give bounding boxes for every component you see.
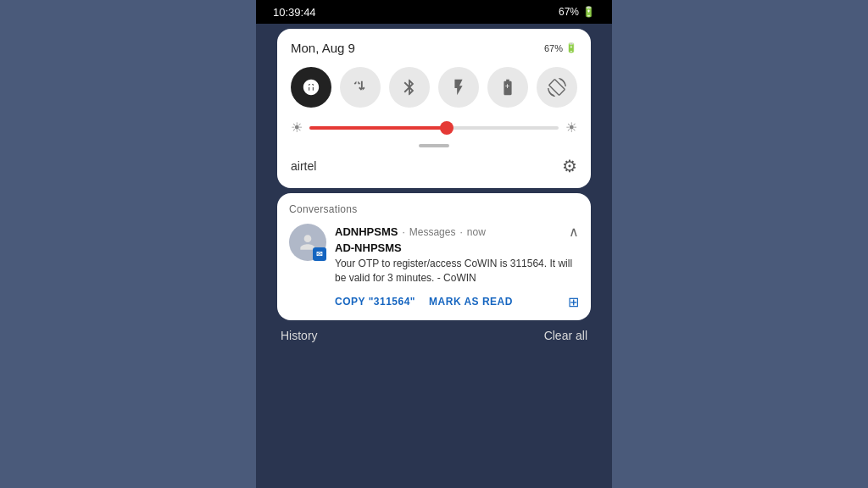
clear-all-button[interactable]: Clear all bbox=[544, 329, 587, 342]
notif-sender: ADNHPSMS bbox=[335, 225, 398, 238]
toggle-battery-saver[interactable] bbox=[487, 67, 528, 108]
brightness-low-icon: ☀ bbox=[291, 119, 303, 136]
notif-app: Messages bbox=[409, 226, 456, 238]
toggle-screen-rotation[interactable] bbox=[537, 67, 577, 108]
notif-meta: ADNHPSMS · Messages · now ∧ bbox=[335, 224, 579, 240]
status-time: 10:39:44 bbox=[273, 6, 316, 19]
brightness-thumb bbox=[440, 121, 453, 135]
notif-body: Your OTP to register/access CoWIN is 311… bbox=[335, 257, 579, 286]
brightness-row: ☀ ☀ bbox=[291, 119, 577, 136]
drag-handle bbox=[419, 144, 449, 147]
toggle-flashlight[interactable] bbox=[438, 67, 479, 108]
notif-badge: ✉ bbox=[313, 247, 326, 261]
history-bar: History Clear all bbox=[277, 320, 591, 351]
qs-battery-icon-symbol: 🔋 bbox=[565, 42, 577, 53]
brightness-high-icon: ☀ bbox=[565, 119, 577, 136]
brightness-slider[interactable] bbox=[309, 126, 559, 130]
notif-time: now bbox=[467, 226, 486, 238]
phone-frame: 10:39:44 67% 🔋 Mon, Aug 9 67% 🔋 bbox=[256, 0, 612, 488]
toggle-bluetooth[interactable] bbox=[389, 67, 430, 108]
status-bar: 10:39:44 67% 🔋 bbox=[256, 0, 612, 24]
notif-dot: · bbox=[402, 226, 404, 238]
brightness-fill bbox=[309, 126, 447, 130]
battery-icon: 🔋 bbox=[582, 6, 595, 18]
notif-expand-chevron[interactable]: ∧ bbox=[569, 224, 579, 240]
toggle-wifi[interactable] bbox=[291, 67, 331, 108]
status-right: 67% 🔋 bbox=[559, 6, 595, 18]
notif-actions-left: COPY "311564" MARK AS READ bbox=[335, 296, 513, 308]
qs-battery: 67% 🔋 bbox=[544, 42, 577, 53]
notif-badge-text: ✉ bbox=[316, 250, 323, 258]
quick-settings-panel: Mon, Aug 9 67% 🔋 bbox=[277, 29, 591, 188]
qs-date: Mon, Aug 9 bbox=[291, 41, 355, 55]
notif-meta-left: ADNHPSMS · Messages · now bbox=[335, 225, 486, 238]
toggle-data[interactable] bbox=[340, 67, 381, 108]
qs-header: Mon, Aug 9 67% 🔋 bbox=[291, 41, 577, 55]
conversations-label: Conversations bbox=[289, 203, 579, 215]
mark-as-read-button[interactable]: MARK AS READ bbox=[429, 296, 513, 308]
history-button[interactable]: History bbox=[281, 329, 318, 342]
battery-percent: 67% bbox=[559, 6, 579, 18]
notif-actions: COPY "311564" MARK AS READ ⊞ bbox=[335, 294, 579, 310]
conversations-panel: Conversations ✉ ADNHPSMS bbox=[277, 193, 591, 320]
panels: Mon, Aug 9 67% 🔋 bbox=[277, 29, 591, 320]
settings-icon[interactable]: ⚙ bbox=[562, 156, 577, 176]
qs-battery-percent: 67% bbox=[544, 43, 563, 53]
qs-footer: airtel ⚙ bbox=[291, 152, 577, 176]
copy-otp-button[interactable]: COPY "311564" bbox=[335, 296, 415, 308]
notif-dot2: · bbox=[459, 226, 462, 238]
qs-toggles bbox=[291, 67, 577, 108]
notif-avatar: ✉ bbox=[289, 224, 326, 261]
notif-title: AD-NHPSMS bbox=[335, 241, 579, 254]
notif-content: ADNHPSMS · Messages · now ∧ AD-NHPSMS Yo… bbox=[335, 224, 579, 310]
notification-row: ✉ ADNHPSMS · Messages · now ∧ bbox=[289, 224, 579, 310]
carrier-name: airtel bbox=[291, 159, 316, 173]
background-landscape bbox=[256, 420, 612, 488]
expand-notification-icon[interactable]: ⊞ bbox=[568, 294, 579, 310]
